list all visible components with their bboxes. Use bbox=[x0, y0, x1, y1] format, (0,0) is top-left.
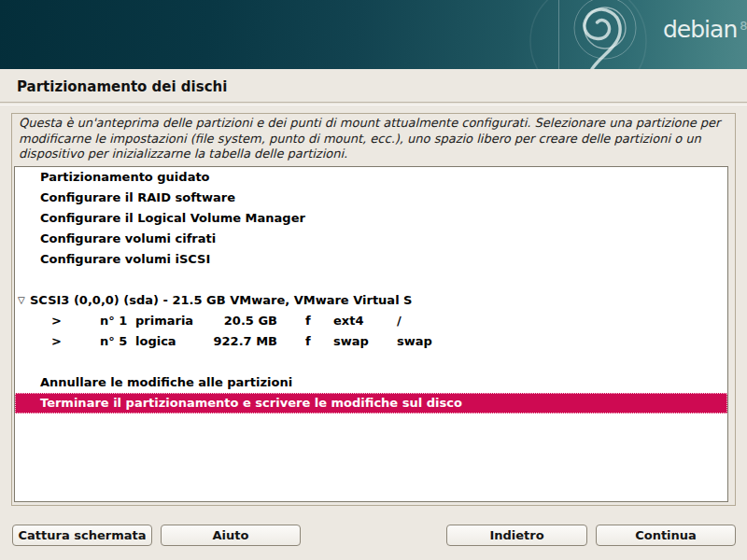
back-button[interactable]: Indietro bbox=[446, 525, 587, 546]
partition-filesystem: swap bbox=[333, 331, 369, 352]
partition-row[interactable]: >n° 5logica922.7 MBfswapswap bbox=[15, 331, 727, 352]
partition-filesystem: ext4 bbox=[333, 311, 363, 331]
disk-label: SCSI3 (0,0,0) (sda) - 21.5 GB VMware, VM… bbox=[30, 290, 412, 311]
debian-swirl-icon bbox=[585, 9, 620, 69]
blank-row bbox=[15, 352, 727, 372]
partition-type: logica bbox=[135, 331, 176, 352]
partition-size: 922.7 MB bbox=[183, 331, 277, 352]
partition-size: 20.5 GB bbox=[183, 311, 277, 331]
help-button[interactable]: Aiuto bbox=[161, 525, 301, 546]
list-item[interactable]: Configurare volumi cifrati bbox=[15, 229, 727, 249]
disk-row[interactable]: ▽SCSI3 (0,0,0) (sda) - 21.5 GB VMware, V… bbox=[15, 290, 727, 311]
list-item[interactable]: Configurare volumi iSCSI bbox=[15, 249, 727, 270]
banner-decoration bbox=[0, 0, 747, 69]
screenshot-button[interactable]: Cattura schermata bbox=[12, 525, 152, 546]
partition-flag: f bbox=[305, 311, 311, 331]
partition-number: n° 5 bbox=[100, 331, 127, 352]
partition-mountpoint: / bbox=[397, 311, 402, 331]
debian-logo: debian 8 bbox=[663, 18, 747, 41]
partition-mountpoint: swap bbox=[397, 331, 432, 352]
page-description: Questa è un'anteprima delle partizioni e… bbox=[19, 116, 728, 162]
list-item[interactable]: Configurare il Logical Volume Manager bbox=[15, 208, 727, 229]
partition-marker-icon: > bbox=[51, 331, 62, 352]
partition-listbox[interactable]: Partizionamento guidatoConfigurare il RA… bbox=[14, 166, 728, 502]
list-item-selected[interactable]: Terminare il partizionamento e scrivere … bbox=[15, 393, 727, 413]
list-item[interactable]: Configurare il RAID software bbox=[15, 188, 727, 208]
list-item[interactable]: Annullare le modifiche alle partizioni bbox=[15, 372, 727, 393]
debian-version: 8 bbox=[740, 20, 747, 32]
title-separator bbox=[0, 102, 747, 105]
partition-number: n° 1 bbox=[100, 311, 127, 331]
partition-row[interactable]: >n° 1primaria20.5 GBfext4/ bbox=[15, 311, 727, 331]
partition-flag: f bbox=[305, 331, 311, 352]
continue-button[interactable]: Continua bbox=[596, 525, 736, 546]
list-item[interactable]: Partizionamento guidato bbox=[15, 167, 727, 188]
page-title: Partizionamento dei dischi bbox=[17, 78, 227, 95]
blank-row bbox=[15, 270, 727, 290]
debian-logo-text: debian bbox=[663, 18, 737, 41]
partition-marker-icon: > bbox=[51, 311, 62, 331]
header-banner: debian 8 bbox=[0, 0, 747, 69]
expander-open-icon: ▽ bbox=[18, 290, 25, 311]
